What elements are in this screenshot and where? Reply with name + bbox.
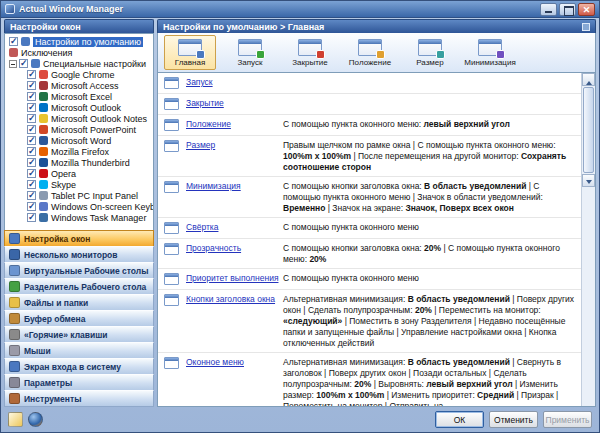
collapse-icon[interactable] bbox=[9, 60, 17, 68]
main-panel-header: Настройки по умолчанию > Главная bbox=[157, 19, 596, 33]
tree-item[interactable]: Windows On-screen Keyboard bbox=[7, 201, 153, 212]
monitors-icon bbox=[9, 249, 20, 260]
settings-row: Запуск bbox=[158, 73, 581, 94]
tree-item-checkbox[interactable] bbox=[27, 213, 36, 222]
settings-row: Закрытие bbox=[158, 94, 581, 115]
setting-link[interactable]: Свёртка bbox=[186, 222, 283, 233]
closing-tab-icon bbox=[298, 39, 322, 56]
tree-item[interactable]: Tablet PC Input Panel bbox=[7, 190, 153, 201]
ok-button[interactable]: ОК bbox=[435, 411, 484, 428]
nav-tools[interactable]: Инструменты bbox=[4, 390, 154, 407]
nav-desktop-divider[interactable]: Разделитель Рабочего стола bbox=[4, 278, 154, 295]
nav-options[interactable]: Параметры bbox=[4, 374, 154, 391]
tree-item[interactable]: Skype bbox=[7, 179, 153, 190]
tree-item[interactable]: Специальные настройки bbox=[7, 58, 153, 69]
tree-item[interactable]: Google Chrome bbox=[7, 69, 153, 80]
tree-item[interactable]: Microsoft Outlook bbox=[7, 102, 153, 113]
opera-icon bbox=[39, 169, 48, 178]
setting-link[interactable]: Закрытие bbox=[186, 98, 283, 109]
mouse-icon bbox=[9, 345, 20, 356]
setting-link[interactable]: Кнопки заголовка окна bbox=[186, 294, 283, 305]
tree-item-checkbox[interactable] bbox=[27, 70, 36, 79]
tree-item[interactable]: Mozilla Firefox bbox=[7, 146, 153, 157]
tree-item[interactable]: Mozilla Thunderbird bbox=[7, 157, 153, 168]
nav-virtual-desktops[interactable]: Виртуальные Рабочие столы bbox=[4, 262, 154, 279]
tab-size[interactable]: Размер bbox=[404, 35, 456, 70]
tree-item[interactable]: Microsoft Outlook Notes bbox=[7, 113, 153, 124]
desktops-icon bbox=[9, 265, 20, 276]
vertical-scrollbar[interactable] bbox=[581, 73, 595, 406]
tree-item-checkbox[interactable] bbox=[27, 202, 36, 211]
tab-minimize[interactable]: Минимизация bbox=[464, 35, 516, 70]
nav-clipboard[interactable]: Буфер обмена bbox=[4, 310, 154, 327]
toolbar-label: Запуск bbox=[237, 58, 262, 67]
nav-window-settings[interactable]: Настройка окон bbox=[4, 230, 154, 247]
nav-item-label: Буфер обмена bbox=[24, 314, 85, 324]
nav-mouse[interactable]: Мыши bbox=[4, 342, 154, 359]
maximize-window-icon[interactable] bbox=[559, 3, 576, 16]
tree-item[interactable]: Opera bbox=[7, 168, 153, 179]
tab-position[interactable]: Положение bbox=[344, 35, 396, 70]
tab-startup[interactable]: Запуск bbox=[224, 35, 276, 70]
cancel-button[interactable]: Отменить bbox=[489, 411, 538, 428]
tree-item-checkbox[interactable] bbox=[27, 125, 36, 134]
toolbar-badge bbox=[316, 50, 325, 59]
closing-icon bbox=[164, 98, 179, 110]
nav-files-folders[interactable]: Файлы и папки bbox=[4, 294, 154, 311]
toolbar-badge bbox=[256, 50, 265, 59]
setting-link[interactable]: Приоритет выполнения bbox=[186, 273, 283, 284]
tree-item-checkbox[interactable] bbox=[9, 37, 18, 46]
tree-item-checkbox[interactable] bbox=[27, 180, 36, 189]
chrome-icon bbox=[39, 70, 48, 79]
setting-link[interactable]: Положение bbox=[186, 119, 283, 130]
setting-link[interactable]: Размер bbox=[186, 140, 283, 151]
minimize-window-icon[interactable] bbox=[540, 3, 557, 16]
tree-item-checkbox[interactable] bbox=[27, 81, 36, 90]
tree-item[interactable]: Microsoft Word bbox=[7, 135, 153, 146]
toolbar-label: Закрытие bbox=[292, 58, 328, 67]
tree-item-checkbox[interactable] bbox=[27, 191, 36, 200]
tree-item-checkbox[interactable] bbox=[27, 169, 36, 178]
nav-hotkeys[interactable]: «Горячие» клавиши bbox=[4, 326, 154, 343]
tablet-pc-icon bbox=[39, 191, 48, 200]
titlebar[interactable]: Actual Window Manager bbox=[1, 1, 599, 18]
outlook-icon bbox=[39, 103, 48, 112]
tree-item-checkbox[interactable] bbox=[27, 158, 36, 167]
setting-link[interactable]: Оконное меню bbox=[186, 357, 283, 368]
scrollbar-thumb[interactable] bbox=[583, 87, 594, 173]
tree-item[interactable]: Windows Task Manager bbox=[7, 212, 153, 223]
tree-item-label: Microsoft PowerPoint bbox=[51, 125, 136, 135]
tree-item-checkbox[interactable] bbox=[27, 136, 36, 145]
toolbar-label: Главная bbox=[175, 58, 205, 67]
tree-item[interactable]: Исключения bbox=[7, 47, 153, 58]
scroll-down-icon[interactable] bbox=[582, 174, 595, 187]
setting-link[interactable]: Запуск bbox=[186, 77, 283, 88]
tree-item[interactable]: Microsoft PowerPoint bbox=[7, 124, 153, 135]
notes-icon[interactable] bbox=[8, 412, 23, 427]
nav-logon-screen[interactable]: Экран входа в систему bbox=[4, 358, 154, 375]
tree-item[interactable]: Microsoft Excel bbox=[7, 91, 153, 102]
nav-item-label: Разделитель Рабочего стола bbox=[24, 282, 146, 292]
pin-icon[interactable] bbox=[582, 23, 590, 31]
tree-item-checkbox[interactable] bbox=[27, 92, 36, 101]
tree-item[interactable]: Настройки по умолчанию bbox=[7, 36, 153, 47]
scroll-up-icon[interactable] bbox=[582, 73, 595, 86]
tree-item-checkbox[interactable] bbox=[27, 114, 36, 123]
close-window-icon[interactable] bbox=[578, 3, 595, 16]
setting-link[interactable]: Минимизация bbox=[186, 181, 283, 192]
folder-icon bbox=[9, 297, 20, 308]
apply-button[interactable]: Применить bbox=[543, 411, 592, 428]
tree-item-checkbox[interactable] bbox=[19, 59, 28, 68]
tree-item[interactable]: Microsoft Access bbox=[7, 80, 153, 91]
globe-icon[interactable] bbox=[28, 412, 43, 427]
window-body: Настройки окон Настройки по умолчанию bbox=[1, 18, 599, 407]
tab-home[interactable]: Главная bbox=[164, 35, 216, 70]
setting-summary: Альтернативная минимизация: В область ув… bbox=[283, 357, 578, 406]
tree-item-checkbox[interactable] bbox=[27, 147, 36, 156]
setting-link[interactable]: Прозрачность bbox=[186, 243, 283, 254]
tab-closing[interactable]: Закрытие bbox=[284, 35, 336, 70]
gear-icon bbox=[9, 377, 20, 388]
firefox-icon bbox=[39, 147, 48, 156]
nav-multiple-monitors[interactable]: Несколько мониторов bbox=[4, 246, 154, 263]
tree-item-checkbox[interactable] bbox=[27, 103, 36, 112]
